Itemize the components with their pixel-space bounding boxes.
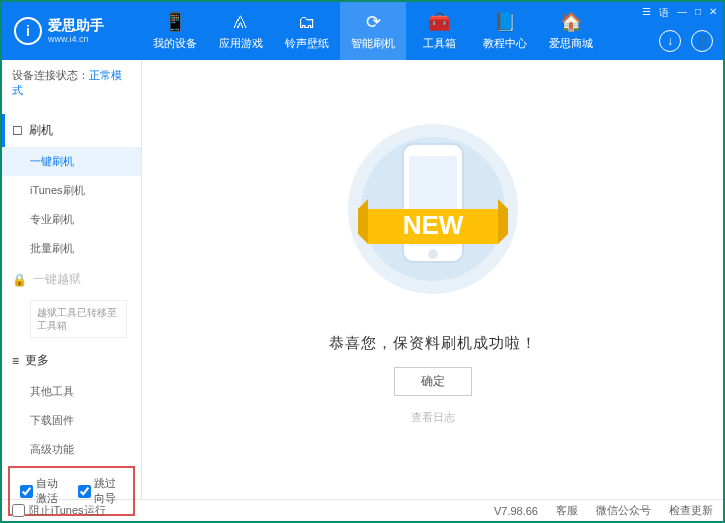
folder-icon: 🗂 [298, 12, 316, 33]
sidebar-section-flash[interactable]: ☐ 刷机 [2, 114, 141, 147]
device-info[interactable]: 📱iPhone 12 mini 64GB Down-12mini-13,1 [2, 518, 141, 523]
sidebar-item-itunes[interactable]: iTunes刷机 [2, 176, 141, 205]
sidebar-item-batch[interactable]: 批量刷机 [2, 234, 141, 263]
apps-icon: ⩓ [232, 12, 250, 33]
sidebar-section-jailbreak: 🔒 一键越狱 [2, 263, 141, 296]
section-label: 更多 [25, 352, 49, 369]
logo-icon: i [14, 17, 42, 45]
nav-label: 智能刷机 [351, 36, 395, 51]
sidebar: 设备连接状态：正常模式 ☐ 刷机 一键刷机 iTunes刷机 专业刷机 批量刷机… [2, 60, 142, 499]
connection-status: 设备连接状态：正常模式 [2, 60, 141, 106]
close-icon[interactable]: ✕ [709, 6, 717, 20]
version-label: V7.98.66 [494, 505, 538, 517]
section-label: 刷机 [29, 122, 53, 139]
jailbreak-note: 越狱工具已转移至 工具箱 [30, 300, 127, 338]
nav-my-device[interactable]: 📱我的设备 [142, 2, 208, 60]
nav-apps[interactable]: ⩓应用游戏 [208, 2, 274, 60]
main-content: NEW 恭喜您，保资料刷机成功啦！ 确定 查看日志 [142, 60, 723, 499]
sidebar-item-pro[interactable]: 专业刷机 [2, 205, 141, 234]
square-icon: ☐ [12, 124, 23, 138]
main-nav: 📱我的设备 ⩓应用游戏 🗂铃声壁纸 ⟳智能刷机 🧰工具箱 📘教程中心 🏠爱思商城 [142, 2, 723, 60]
nav-flash[interactable]: ⟳智能刷机 [340, 2, 406, 60]
window-controls: ☰ 语 — □ ✕ [642, 6, 717, 20]
success-message: 恭喜您，保资料刷机成功啦！ [329, 334, 537, 353]
nav-toolbox[interactable]: 🧰工具箱 [406, 2, 472, 60]
brand-site: www.i4.cn [48, 34, 104, 44]
house-icon: 🏠 [560, 11, 582, 33]
nav-label: 工具箱 [423, 36, 456, 51]
nav-label: 教程中心 [483, 36, 527, 51]
customer-service-link[interactable]: 客服 [556, 503, 578, 518]
nav-tutorials[interactable]: 📘教程中心 [472, 2, 538, 60]
book-icon: 📘 [494, 11, 516, 33]
success-illustration: NEW [333, 114, 533, 308]
download-button[interactable]: ↓ [659, 30, 681, 52]
lang-icon[interactable]: 语 [659, 6, 669, 20]
menu-icon[interactable]: ☰ [642, 6, 651, 20]
list-icon: ≡ [12, 354, 19, 368]
nav-store[interactable]: 🏠爱思商城 [538, 2, 604, 60]
wechat-link[interactable]: 微信公众号 [596, 503, 651, 518]
brand-name: 爱思助手 [48, 18, 104, 33]
new-badge-text: NEW [402, 210, 463, 240]
nav-label: 我的设备 [153, 36, 197, 51]
minimize-icon[interactable]: — [677, 6, 687, 20]
sidebar-section-more[interactable]: ≡ 更多 [2, 344, 141, 377]
lock-icon: 🔒 [12, 273, 27, 287]
sidebar-item-advanced[interactable]: 高级功能 [2, 435, 141, 464]
nav-label: 爱思商城 [549, 36, 593, 51]
nav-label: 铃声壁纸 [285, 36, 329, 51]
nav-label: 应用游戏 [219, 36, 263, 51]
refresh-icon: ⟳ [366, 11, 381, 33]
maximize-icon[interactable]: □ [695, 6, 701, 20]
block-itunes-checkbox[interactable]: 阻止iTunes运行 [12, 503, 106, 518]
toolbox-icon: 🧰 [428, 11, 450, 33]
sidebar-item-firmware[interactable]: 下载固件 [2, 406, 141, 435]
ok-button[interactable]: 确定 [394, 367, 472, 396]
titlebar: i 爱思助手 www.i4.cn 📱我的设备 ⩓应用游戏 🗂铃声壁纸 ⟳智能刷机… [2, 2, 723, 60]
sidebar-item-other[interactable]: 其他工具 [2, 377, 141, 406]
auto-activate-checkbox[interactable]: 自动激活 [20, 476, 66, 506]
nav-ringtones[interactable]: 🗂铃声壁纸 [274, 2, 340, 60]
skip-guide-checkbox[interactable]: 跳过向导 [78, 476, 124, 506]
svg-point-4 [428, 249, 438, 259]
phone-icon: 📱 [164, 11, 186, 33]
brand-logo: i 爱思助手 www.i4.cn [2, 17, 142, 45]
sidebar-item-oneclick[interactable]: 一键刷机 [2, 147, 141, 176]
section-label: 一键越狱 [33, 271, 81, 288]
user-button[interactable]: 👤 [691, 30, 713, 52]
check-update-link[interactable]: 检查更新 [669, 503, 713, 518]
view-log-link[interactable]: 查看日志 [411, 410, 455, 425]
